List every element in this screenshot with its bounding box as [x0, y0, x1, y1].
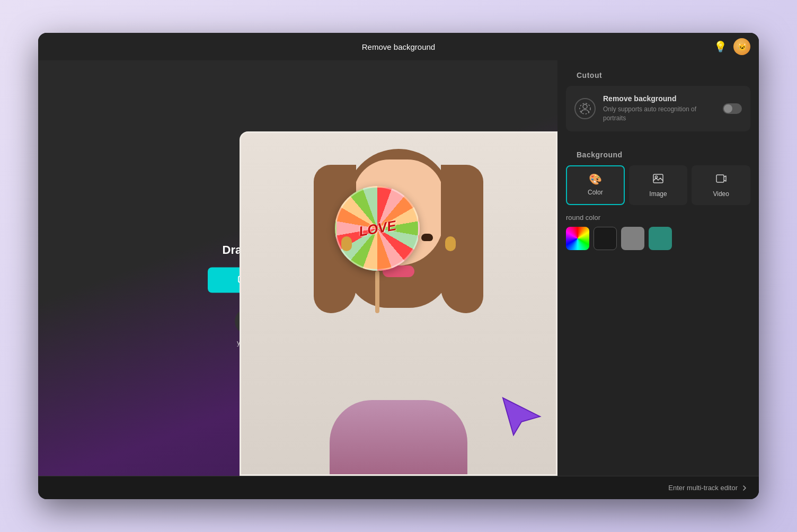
- feature-title: Remove background: [603, 94, 715, 103]
- lollipop-stick: [375, 271, 379, 313]
- color-tab-label: Color: [588, 189, 603, 196]
- lollipop-disc: LOVE: [335, 186, 420, 271]
- feature-desc: Only supports auto recognition of portra…: [603, 105, 715, 123]
- image-tab-label: Image: [649, 190, 667, 198]
- title-bar-title: Remove background: [362, 42, 435, 51]
- image-icon-svg: [652, 173, 664, 184]
- title-bar-icons: 💡 🐱: [714, 38, 750, 55]
- bottom-bar: Enter multi-track editor: [38, 476, 759, 499]
- background-section: Background 🎨 Color: [557, 140, 759, 259]
- bg-color-label: round color: [566, 214, 750, 221]
- chevron-right-icon: [741, 484, 748, 492]
- image-tab-icon: [652, 173, 664, 187]
- bulb-icon[interactable]: 💡: [714, 40, 727, 53]
- multi-track-label: Enter multi-track editor: [668, 484, 738, 492]
- background-header: Background: [566, 140, 750, 165]
- main-content: Drag and drop a video here Select from t…: [38, 60, 759, 476]
- portrait-svg: [579, 102, 591, 115]
- svg-point-5: [656, 176, 658, 178]
- svg-marker-1: [503, 398, 540, 435]
- tab-video[interactable]: Video: [692, 165, 750, 205]
- title-bar: Remove background 💡 🐱: [38, 33, 759, 60]
- swatch-gray[interactable]: [621, 227, 644, 250]
- svg-rect-4: [653, 174, 663, 183]
- avatar-emoji: 🐱: [738, 42, 747, 51]
- video-tab-icon: [715, 173, 727, 187]
- earring-right: [445, 236, 456, 251]
- left-panel: Drag and drop a video here Select from t…: [38, 60, 557, 476]
- cursor-icon: [498, 393, 545, 440]
- multi-track-editor-button[interactable]: Enter multi-track editor: [668, 484, 748, 492]
- swatch-teal[interactable]: [649, 227, 672, 250]
- shoulders: [330, 400, 467, 476]
- eye-right: [421, 234, 433, 241]
- tab-image[interactable]: Image: [629, 165, 688, 205]
- app-window: Remove background 💡 🐱 Drag and dr: [38, 33, 759, 499]
- avatar-icon[interactable]: 🐱: [733, 38, 750, 55]
- svg-point-2: [583, 104, 587, 109]
- tab-color[interactable]: 🎨 Color: [566, 165, 625, 205]
- video-icon-svg: [715, 173, 727, 184]
- color-tab-icon: 🎨: [589, 173, 602, 185]
- swatch-gradient[interactable]: [566, 227, 589, 250]
- lollipop-text: LOVE: [357, 217, 397, 240]
- swatch-black[interactable]: [594, 227, 617, 250]
- photo-overlay: LOVE: [240, 131, 557, 476]
- background-tabs: 🎨 Color Image: [566, 165, 750, 205]
- video-tab-label: Video: [713, 190, 729, 198]
- feature-info: Remove background Only supports auto rec…: [603, 94, 715, 123]
- remove-bg-card: Remove background Only supports auto rec…: [566, 86, 750, 131]
- cursor-arrow: [498, 393, 545, 442]
- svg-rect-6: [716, 175, 724, 182]
- earring-left: [341, 236, 352, 251]
- portrait-icon: [574, 98, 596, 119]
- right-panel: Cutout Remove background Only supports a…: [557, 60, 759, 476]
- cutout-section: Cutout Remove background Only supports a…: [557, 60, 759, 140]
- remove-bg-toggle[interactable]: [723, 103, 742, 114]
- color-swatches: [566, 227, 750, 250]
- cutout-header: Cutout: [566, 60, 750, 86]
